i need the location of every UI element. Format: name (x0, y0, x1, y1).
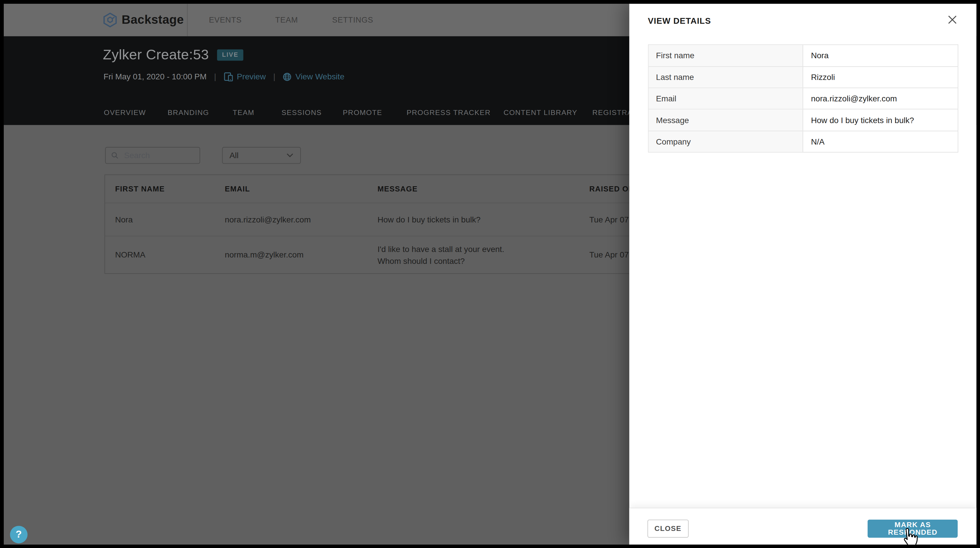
logo-label: Backstage (122, 13, 184, 27)
mark-as-responded-button[interactable]: MARK AS RESPONDED (867, 519, 958, 538)
preview-device-icon (224, 72, 233, 81)
table-header-row: FIRST NAME EMAIL MESSAGE RAISED ON (105, 175, 641, 203)
detail-value: How do I buy tickets in bulk? (803, 110, 958, 130)
detail-label: First name (649, 45, 803, 66)
detail-label: Company (649, 131, 803, 152)
nav-item-events[interactable]: EVENTS (209, 3, 242, 36)
close-button[interactable]: CLOSE (648, 519, 689, 538)
table-row[interactable]: Nora nora.rizzoli@zylker.com How do I bu… (105, 203, 641, 236)
detail-row: Email nora.rizzoli@zylker.com (649, 88, 958, 109)
detail-label: Message (649, 110, 803, 130)
cell-first-name: NORMA (105, 236, 215, 273)
view-website-link[interactable]: View Website (283, 72, 344, 81)
tab-overview[interactable]: OVERVIEW (104, 109, 146, 116)
event-title: Zylker Create:53 (103, 47, 209, 63)
search-input[interactable] (123, 150, 194, 161)
view-website-link-label: View Website (296, 72, 345, 81)
cell-message: How do I buy tickets in bulk? (367, 203, 579, 236)
tab-promote[interactable]: PROMOTE (343, 109, 382, 116)
nav-item-team[interactable]: TEAM (275, 3, 298, 36)
detail-value: N/A (803, 131, 958, 152)
tab-branding[interactable]: BRANDING (168, 109, 209, 116)
detail-value: nora.rizzoli@zylker.com (803, 88, 958, 109)
detail-row: Last name Rizzoli (649, 66, 958, 88)
x-icon (948, 15, 957, 24)
backstage-logo[interactable]: Backstage (103, 3, 184, 36)
search-box[interactable] (105, 147, 200, 164)
column-header-first-name: FIRST NAME (105, 175, 215, 203)
table-row[interactable]: NORMA norma.m@zylker.com I'd like to hav… (105, 236, 641, 273)
panel-footer: CLOSE MARK AS RESPONDED (629, 508, 977, 545)
backstage-logo-icon (103, 13, 116, 27)
details-table: First name Nora Last name Rizzoli Email … (648, 44, 959, 152)
event-datetime: Fri May 01, 2020 - 10:00 PM (103, 72, 207, 81)
app-window: Backstage EVENTS TEAM SETTINGS Zylker Cr… (3, 3, 977, 545)
globe-icon (283, 72, 291, 81)
cell-email: nora.rizzoli@zylker.com (215, 203, 367, 236)
detail-row: First name Nora (649, 45, 958, 66)
meta-separator: | (273, 72, 275, 81)
topbar-divider (187, 3, 188, 36)
cell-first-name: Nora (105, 203, 215, 236)
message-line: Whom should I contact? (377, 255, 579, 267)
view-details-panel: VIEW DETAILS First name Nora Last name R… (629, 3, 977, 545)
close-icon[interactable] (947, 14, 958, 25)
meta-separator: | (214, 72, 216, 81)
chevron-down-icon (286, 153, 293, 157)
cell-email: norma.m@zylker.com (215, 236, 367, 273)
tab-sessions[interactable]: SESSIONS (282, 109, 321, 116)
live-status-badge: LIVE (217, 49, 243, 61)
tab-content-library[interactable]: CONTENT LIBRARY (504, 109, 578, 116)
panel-title: VIEW DETAILS (648, 16, 711, 25)
nav-item-settings[interactable]: SETTINGS (332, 3, 373, 36)
detail-row: Message How do I buy tickets in bulk? (649, 109, 958, 130)
column-header-message: MESSAGE (367, 175, 579, 203)
detail-label: Email (649, 88, 803, 109)
screenshot-root: Backstage EVENTS TEAM SETTINGS Zylker Cr… (0, 0, 980, 548)
detail-value: Nora (803, 45, 958, 66)
queries-table: FIRST NAME EMAIL MESSAGE RAISED ON Nora … (104, 175, 642, 274)
tab-progress-tracker[interactable]: PROGRESS TRACKER (407, 109, 491, 116)
message-line: I'd like to have a stall at your event. (377, 243, 579, 255)
preview-link[interactable]: Preview (224, 72, 266, 81)
cell-message: I'd like to have a stall at your event. … (367, 236, 579, 273)
filter-dropdown-value: All (229, 151, 239, 160)
filter-dropdown[interactable]: All (222, 147, 301, 164)
column-header-email: EMAIL (215, 175, 367, 203)
detail-label: Last name (649, 67, 803, 88)
preview-link-label: Preview (237, 72, 266, 81)
search-icon (111, 151, 119, 159)
tab-team[interactable]: TEAM (233, 109, 255, 116)
detail-row: Company N/A (649, 130, 958, 152)
detail-value: Rizzoli (803, 67, 958, 88)
